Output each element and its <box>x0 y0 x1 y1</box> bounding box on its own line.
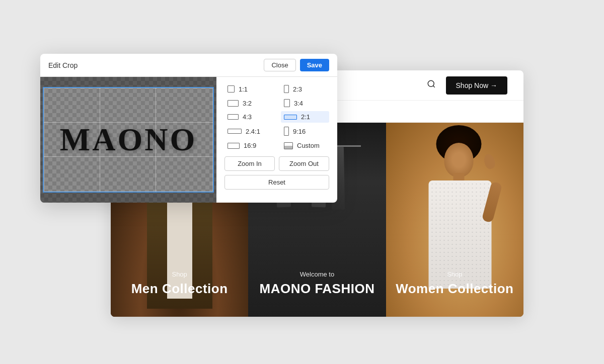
ratio-icon-1-1 <box>228 85 235 93</box>
svg-point-0 <box>428 80 434 86</box>
ratio-controls: 1:1 2:3 3:2 3:4 <box>216 77 337 203</box>
hero-center-content: Welcome to MAONO FASHION <box>248 270 386 297</box>
reset-button[interactable]: Reset <box>224 175 329 190</box>
crop-grid-line-h2 <box>44 156 213 157</box>
site-header-right: Shop Now → <box>425 76 507 95</box>
ratio-icon-3-4 <box>284 99 290 107</box>
ratio-icon-2-4-1 <box>228 129 242 134</box>
ratio-icon-custom <box>284 142 293 149</box>
panel-header-buttons: Close Save <box>264 59 329 71</box>
hero-women-content: Shop Women Collection <box>386 270 523 297</box>
svg-line-1 <box>433 85 434 87</box>
edit-crop-panel: Edit Crop Close Save MAONO <box>40 54 337 203</box>
panel-body: MAONO 1:1 <box>40 77 337 203</box>
panel-header: Edit Crop Close Save <box>40 54 337 77</box>
ratio-label-2-1: 2:1 <box>301 113 310 121</box>
ratio-icon-16-9 <box>228 143 240 149</box>
close-button[interactable]: Close <box>264 59 295 71</box>
crop-grid-line-v2 <box>156 88 156 192</box>
hero-center-sub: Welcome to <box>248 270 386 278</box>
ratio-custom[interactable]: Custom <box>281 140 329 151</box>
hero-men-title: Men Collection <box>111 281 248 297</box>
ratio-grid: 1:1 2:3 3:2 3:4 <box>224 83 329 151</box>
ratio-9-16[interactable]: 9:16 <box>281 125 329 138</box>
crop-grid-line-v1 <box>100 88 100 192</box>
ratio-icon-3-2 <box>228 100 239 107</box>
hero-men-content: Shop Men Collection <box>111 270 248 297</box>
ratio-2-3[interactable]: 2:3 <box>281 83 329 95</box>
ratio-label-2-3: 2:3 <box>293 85 302 93</box>
ratio-2-4-1[interactable]: 2.4:1 <box>224 125 273 138</box>
zoom-out-button[interactable]: Zoom Out <box>279 156 329 171</box>
ratio-3-4[interactable]: 3:4 <box>281 97 329 109</box>
hero-women-title: Women Collection <box>386 281 523 297</box>
ratio-actions: Zoom In Zoom Out <box>224 156 329 171</box>
ratio-icon-2-3 <box>284 85 289 93</box>
ratio-label-3-4: 3:4 <box>294 100 303 107</box>
ratio-label-4-3: 4:3 <box>243 113 252 121</box>
ratio-label-9-16: 9:16 <box>293 128 306 135</box>
ratio-icon-2-1 <box>284 115 297 120</box>
ratio-3-2[interactable]: 3:2 <box>224 97 273 109</box>
ratio-16-9[interactable]: 16:9 <box>224 140 273 151</box>
ratio-label-16-9: 16:9 <box>244 142 256 149</box>
ratio-label-3-2: 3:2 <box>243 100 252 107</box>
ratio-label-2-4-1: 2.4:1 <box>246 128 260 135</box>
ratio-label-1-1: 1:1 <box>239 85 248 93</box>
panel-title: Edit Crop <box>48 61 78 69</box>
hero-women: Shop Women Collection <box>386 123 523 317</box>
zoom-in-button[interactable]: Zoom In <box>224 156 275 171</box>
crop-selection[interactable] <box>43 87 214 193</box>
ratio-label-custom: Custom <box>297 142 320 149</box>
ratio-icon-9-16 <box>284 127 289 136</box>
shop-now-button[interactable]: Shop Now → <box>446 76 507 95</box>
ratio-2-1[interactable]: 2:1 <box>281 111 329 123</box>
ratio-4-3[interactable]: 4:3 <box>224 111 273 123</box>
hero-women-sub: Shop <box>386 270 523 278</box>
save-button[interactable]: Save <box>300 59 329 71</box>
search-button[interactable] <box>425 77 438 93</box>
ratio-icon-4-3 <box>228 114 239 120</box>
crop-grid-line-h1 <box>44 122 213 123</box>
hero-center-title: MAONO FASHION <box>248 281 386 297</box>
crop-canvas: MAONO <box>40 77 216 203</box>
ratio-1-1[interactable]: 1:1 <box>224 83 273 95</box>
hero-men-sub: Shop <box>111 270 248 278</box>
crop-grid <box>44 88 213 192</box>
